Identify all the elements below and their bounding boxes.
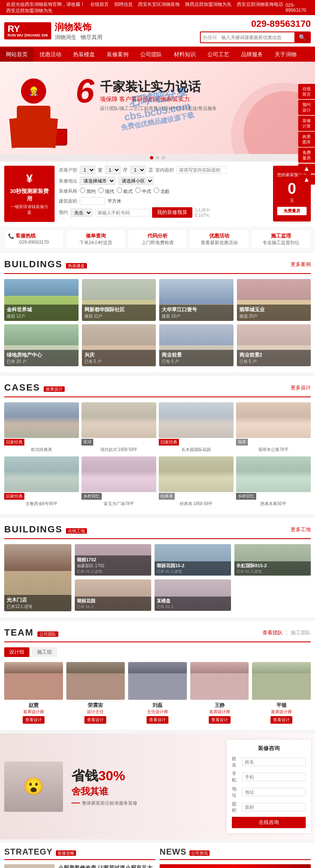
cases-more[interactable]: 更多设计 bbox=[291, 384, 311, 391]
case-item-3[interactable]: 旧家经典 长木园国际花园 bbox=[159, 402, 234, 454]
search-input[interactable] bbox=[219, 33, 294, 42]
style-modern[interactable]: 现代 bbox=[98, 188, 114, 195]
member-role-3: 主任设计师 bbox=[128, 709, 187, 715]
building-overlay-7: 商业前景 已有 5 户 bbox=[159, 350, 234, 366]
top-nav-branch2[interactable]: 陕西总部加盟润物为先 bbox=[185, 2, 231, 7]
sidebar-btn-gallery[interactable]: 效果图库 bbox=[298, 132, 315, 147]
member-btn-4[interactable]: 查看设计 bbox=[209, 716, 231, 724]
sidebar-btn-measure[interactable]: 免费量房 bbox=[298, 148, 315, 163]
gender-select[interactable]: 先生女士 bbox=[71, 209, 92, 217]
strategy-title-area: STRATEGY 装修攻略 bbox=[4, 847, 76, 857]
calc-submit-btn[interactable]: 我的装修预算 bbox=[152, 207, 192, 218]
buildings2-item-5[interactable]: 翡丽花园 已有 58 人 bbox=[75, 579, 151, 611]
case-item-7[interactable]: 经典美 经典美 1958 68平 bbox=[159, 456, 234, 508]
building-overlay-6: 兴庆 已有 5 户 bbox=[82, 350, 156, 366]
style-chinese[interactable]: 中式 bbox=[135, 188, 151, 195]
nav-brand[interactable]: 品牌服务 bbox=[235, 47, 269, 62]
case-item-2[interactable]: 宋河 现代款式 1958 50平 bbox=[81, 402, 156, 454]
top-nav-phone-link[interactable]: 西安总部润物装饰电话 bbox=[237, 2, 283, 7]
calc-row-4: 建筑面积 平方米 bbox=[59, 197, 269, 205]
sidebar-btn-up2[interactable]: ▲ bbox=[298, 175, 315, 185]
top-nav-join[interactable]: 西安总部加盟润物为先 bbox=[6, 8, 52, 13]
case-item-1[interactable]: 旧家经典 欧式经典美 bbox=[4, 402, 79, 454]
dot-2[interactable] bbox=[156, 156, 159, 159]
style-european[interactable]: 欧式 bbox=[117, 188, 133, 195]
build-area-input[interactable] bbox=[80, 197, 105, 205]
team-tab-design[interactable]: 查看团队 bbox=[262, 629, 283, 636]
top-nav-welcome[interactable]: 欢迎光临西安润物装饰官网，请收藏！ bbox=[6, 2, 85, 7]
calc-section: ¥ 30秒预测家装费用 一键获得省钱装修方案 房屋户型 1234 室 12 厅 bbox=[0, 162, 315, 226]
top-nav-message[interactable]: 在线留言 bbox=[90, 2, 109, 7]
main-nav: 网站首页 优惠活动 热装楼盘 装修案例 公司团队 材料知识 公司工艺 品牌服务 … bbox=[0, 47, 315, 62]
nav-buildings[interactable]: 热装楼盘 bbox=[67, 47, 101, 62]
team-tab-design-btn[interactable]: 设计组 bbox=[4, 647, 29, 657]
sidebar-btn-up1[interactable]: ▲ bbox=[298, 164, 315, 174]
building-item-1[interactable]: 金科世界城 建面 12户 bbox=[4, 279, 79, 321]
case-item-6[interactable]: 乡村回忆 富宝为广场78平 bbox=[81, 456, 156, 508]
case-item-8[interactable]: 乡村回忆 恩典名寓50平 bbox=[236, 456, 311, 508]
team-member-2: 荣震宙 设计主任 查看设计 bbox=[66, 662, 125, 724]
dot-1[interactable] bbox=[150, 156, 153, 159]
building-item-6[interactable]: 兴庆 已有 5 户 bbox=[82, 324, 156, 366]
buildings2-item-6[interactable]: 某楼盘 已有 20 人 bbox=[155, 579, 231, 611]
buildings2-item-4[interactable]: 长虹国际815-2 已有 58 人进地 bbox=[234, 544, 311, 576]
case-item-4[interactable]: 翡翠 翡翠米公寓78平 bbox=[236, 402, 311, 454]
team-photo-5 bbox=[252, 662, 311, 700]
building-item-2[interactable]: 网新都华国际社区 建面 12户 bbox=[82, 279, 156, 321]
team-tab-construction[interactable]: 施工团队 bbox=[291, 629, 311, 636]
building-item-5[interactable]: 绿地房地产中心 已有 20 户 bbox=[4, 324, 79, 366]
district-select[interactable]: 请选择小区 bbox=[118, 177, 154, 185]
building-item-7[interactable]: 商业前景 已有 5 户 bbox=[159, 324, 234, 366]
building-item-4[interactable]: 翡翠城玉业 建面 20户 bbox=[237, 279, 311, 321]
buildings2-item-3[interactable]: 翡丽花园15-2 已有 30 人进地 bbox=[155, 544, 231, 576]
member-btn-2[interactable]: 查看设计 bbox=[84, 716, 106, 724]
top-nav-branch1[interactable]: 西安长安区润物装饰 bbox=[138, 2, 180, 7]
nav-about[interactable]: 关于润物 bbox=[269, 47, 302, 62]
strategy-img-1 bbox=[4, 864, 55, 868]
news-title-area: NEWS 公司资讯 bbox=[160, 847, 210, 857]
news-banner-item[interactable]: RY 润物装饰 315 诚信礼 三五一—润物装饰—诚心礼传递 三五一润物装饰..… bbox=[160, 864, 311, 868]
promo-name-input[interactable] bbox=[242, 758, 306, 766]
interior-input[interactable] bbox=[176, 166, 227, 174]
nav-cases[interactable]: 装修案例 bbox=[101, 47, 134, 62]
nav-home[interactable]: 网站首页 bbox=[0, 47, 34, 62]
team-photo-2 bbox=[66, 662, 125, 700]
dot-3[interactable] bbox=[162, 156, 165, 159]
promo-addr-input[interactable] bbox=[242, 788, 306, 796]
sidebar-btn-design[interactable]: 预约设计 bbox=[298, 100, 315, 115]
banner-desc: 设计团队/施工工艺/工程质量/环保材料/F2C配送/售后服务 bbox=[100, 105, 217, 112]
buildings2-item-2[interactable]: 翡丽1702 福豪新区-1702 已有 20 人进地 bbox=[75, 544, 151, 576]
sqm-label: 平方米 bbox=[108, 198, 121, 204]
member-btn-5[interactable]: 查看设计 bbox=[270, 716, 292, 724]
sidebar-btn-message[interactable]: 在线留言 bbox=[298, 84, 315, 99]
member-btn-1[interactable]: 查看设计 bbox=[23, 716, 45, 724]
buildings2-more[interactable]: 更多工地 bbox=[291, 526, 311, 533]
member-btn-3[interactable]: 查看设计 bbox=[147, 716, 168, 724]
team-tab-construction-btn[interactable]: 施工组 bbox=[32, 647, 57, 657]
nav-craft[interactable]: 公司工艺 bbox=[202, 47, 235, 62]
buildings2-large[interactable]: 光木门店 已有12人进地 bbox=[4, 544, 71, 611]
promo-area-input[interactable] bbox=[242, 803, 306, 811]
style-simple[interactable]: 简约 bbox=[80, 188, 96, 195]
room-select[interactable]: 1234 bbox=[80, 166, 95, 174]
style-nordic[interactable]: 北欧 bbox=[154, 188, 170, 195]
top-nav-jobs[interactable]: 招聘信息 bbox=[114, 2, 133, 7]
phone-input[interactable] bbox=[95, 209, 150, 216]
promo-submit-btn[interactable]: 在线咨询 bbox=[232, 817, 306, 828]
nav-materials[interactable]: 材料知识 bbox=[168, 47, 202, 62]
building-item-8[interactable]: 商业前景2 已有 5 户 bbox=[237, 324, 311, 366]
free-btn[interactable]: 免费量房 bbox=[277, 207, 307, 215]
bathroom-select[interactable]: 12 bbox=[130, 166, 146, 174]
strategy-featured[interactable]: 小厨房装修改变 让家居过道小厨充足大空间 小角落的家居改变 让有限空间小厨充足大… bbox=[4, 864, 155, 868]
case-item-5[interactable]: 旧家经典 文教西省6号85平 bbox=[4, 456, 79, 508]
nav-team[interactable]: 公司团队 bbox=[134, 47, 168, 62]
promo-phone-input[interactable] bbox=[242, 773, 306, 781]
hall-select[interactable]: 12 bbox=[105, 166, 121, 174]
building-item-3[interactable]: 大华草江口壹号 建面 15户 bbox=[159, 279, 234, 321]
search-button[interactable]: 🔍 bbox=[294, 32, 310, 42]
nav-promo[interactable]: 优惠活动 bbox=[34, 47, 67, 62]
city-select[interactable]: 请选择城市西安 bbox=[80, 177, 116, 185]
buildings-more[interactable]: 更多案例 bbox=[291, 261, 311, 268]
case-tag-3: 旧家经典 bbox=[159, 439, 179, 446]
sidebar-btn-calc[interactable]: 装修计算 bbox=[298, 116, 315, 131]
